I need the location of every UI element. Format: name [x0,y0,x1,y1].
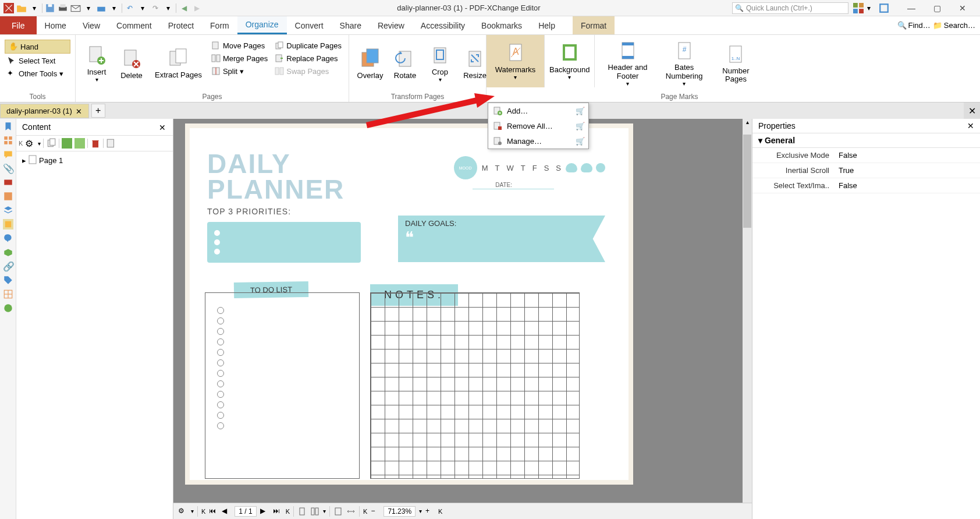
thumbnails-icon[interactable] [3,135,13,146]
chevron-down-icon[interactable]: ▾ [191,508,194,514]
close-icon[interactable]: ✕ [159,123,167,131]
menu-form[interactable]: Form [202,16,237,34]
fit-page-icon[interactable] [333,507,343,516]
signatures-icon[interactable] [3,191,13,202]
sq1-icon[interactable] [62,138,72,149]
document-viewer[interactable]: DAILY PLANNER TOP 3 PRIORITIES: MOOD M T… [173,119,752,519]
hand-tool[interactable]: ✋Hand [5,40,70,54]
menu-format[interactable]: Format [573,16,615,34]
content-icon[interactable] [3,219,13,230]
pane-close-button[interactable]: ✕ [964,103,980,119]
chevron-down-icon[interactable]: ▾ [29,3,40,13]
tag-icon[interactable] [3,275,13,285]
expand-icon[interactable]: ▸ [22,156,26,165]
minimize-button[interactable]: — [903,2,919,14]
bookmark-icon[interactable] [3,121,13,132]
destinations-icon[interactable] [3,233,13,243]
menu-accessibility[interactable]: Accessibility [413,16,473,34]
fit-width-icon[interactable] [346,507,356,516]
extract-button[interactable]: Extract Pages [150,37,207,90]
nav-forward-icon[interactable]: ▶ [191,3,202,13]
page-indicator[interactable]: 1 / 1 [235,506,256,517]
chevron-down-icon[interactable]: ▾ [137,3,148,13]
ui-options-icon[interactable] [853,3,864,13]
bates-button[interactable]: #Bates Numbering▾ [658,37,711,90]
fullscreen-icon[interactable] [879,3,889,13]
vertical-scrollbar[interactable]: ▴ [743,119,752,503]
open-icon[interactable] [16,3,27,13]
sq2-icon[interactable] [74,138,85,149]
save-icon[interactable] [45,3,55,13]
zoom-out-icon[interactable]: − [371,507,380,516]
scroll-thumb[interactable] [743,135,751,228]
other-tools[interactable]: ✦Other Tools▾ [5,68,70,79]
options-icon[interactable]: ⚙ [178,507,187,516]
header-footer-button[interactable]: Header and Footer▾ [599,37,655,90]
menu-organize[interactable]: Organize [237,16,287,34]
chevron-down-icon[interactable]: ▾ [163,3,173,13]
layers-icon[interactable] [3,205,13,216]
comments-icon[interactable] [3,149,13,160]
email-icon[interactable] [70,3,81,13]
move-pages[interactable]: Move Pages [209,40,270,51]
first-page-icon[interactable]: ⏮ [209,507,218,516]
menu-bookmarks[interactable]: Bookmarks [473,16,530,34]
zoom-in-icon[interactable]: + [425,507,435,516]
print-icon[interactable] [58,3,68,13]
find-button[interactable]: 🔍Find… [897,21,931,30]
split-pages[interactable]: Split▾ [209,65,270,77]
scan-icon[interactable] [96,3,106,13]
watermark-manage[interactable]: Manage…🛒 [488,133,588,149]
close-icon[interactable]: ✕ [76,107,83,114]
trash-icon[interactable] [90,138,101,149]
delete-button[interactable]: Delete [115,37,148,90]
menu-protect[interactable]: Protect [160,16,202,34]
gear-icon[interactable]: ⚙ [25,138,35,149]
close-icon[interactable]: ✕ [967,121,974,130]
number-pages-button[interactable]: 1..NNumber Pages [713,37,759,90]
select-text-tool[interactable]: Select Text [5,55,70,66]
maximize-button[interactable]: ▢ [929,2,945,14]
accessibility-icon[interactable] [3,303,13,313]
copy-icon[interactable] [46,138,56,149]
menu-view[interactable]: View [74,16,108,34]
chevron-down-icon[interactable]: ▾ [323,508,326,514]
menu-help[interactable]: Help [530,16,563,34]
chevron-down-icon[interactable]: ▾ [864,3,874,13]
replace-pages[interactable]: Replace Pages [272,52,344,64]
next-page-icon[interactable]: ▶ [260,507,269,516]
menu-convert[interactable]: Convert [287,16,332,34]
last-page-icon[interactable]: ⏭ [273,507,282,516]
prop-value[interactable]: True [834,163,980,178]
redo-icon[interactable]: ↷ [150,3,161,13]
tree-page-1[interactable]: ▸Page 1 [22,155,167,166]
layout-2-icon[interactable] [310,507,319,516]
close-button[interactable]: ✕ [954,2,971,14]
document-tab[interactable]: daliy-planner-03 (1)✕ [0,104,89,118]
chevron-down-icon[interactable]: ▾ [419,508,422,514]
prev-page-icon[interactable]: ◀ [222,507,231,516]
links-icon[interactable]: 🔗 [3,261,13,271]
undo-icon[interactable]: ↶ [125,3,135,13]
background-button[interactable]: Background▾ [545,35,595,87]
overlay-button[interactable]: Overlay [354,37,386,90]
menu-home[interactable]: Home [37,16,74,34]
insert-button[interactable]: Insert▾ [80,37,113,90]
watermarks-button[interactable]: AWatermarks▾ [487,35,545,87]
layout-1-icon[interactable] [297,507,307,516]
menu-share[interactable]: Share [332,16,370,34]
swap-pages[interactable]: Swap Pages [272,65,344,77]
search-button[interactable]: 📁Search… [933,21,975,30]
zoom-level[interactable]: 71.23% [384,506,416,517]
rotate-button[interactable]: Rotate [389,37,421,90]
edit-icon[interactable] [106,138,116,149]
resize-button[interactable]: Resize [459,37,491,90]
file-menu[interactable]: File [0,16,37,34]
new-tab-button[interactable]: + [91,104,105,118]
menu-review[interactable]: Review [370,16,413,34]
duplicate-pages[interactable]: Duplicate Pages [272,40,344,51]
prop-value[interactable]: False [834,178,980,193]
prop-value[interactable]: False [834,148,980,163]
watermark-remove[interactable]: Remove All…🛒 [488,118,588,133]
watermark-add[interactable]: Add…🛒 [488,103,588,118]
